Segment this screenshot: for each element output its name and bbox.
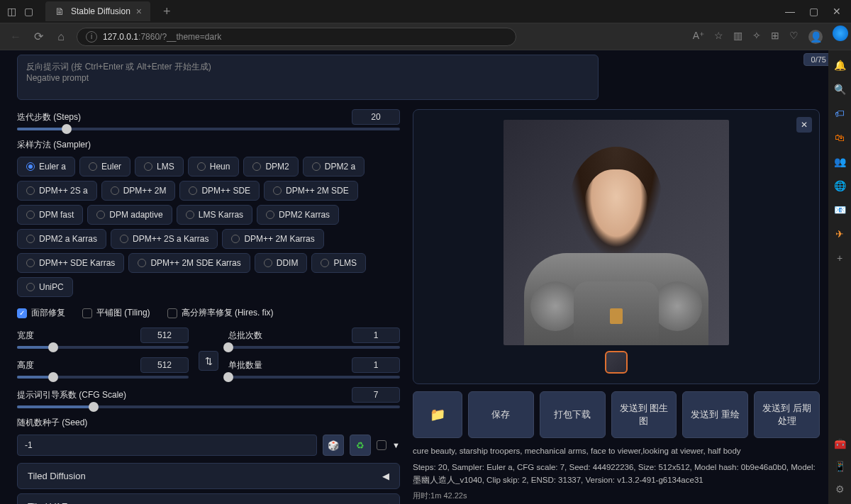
send-extras-button[interactable]: 发送到 后期处理 bbox=[754, 391, 820, 438]
cfg-slider[interactable] bbox=[17, 405, 400, 408]
refresh-button[interactable]: ⟳ bbox=[31, 30, 45, 43]
maximize-button[interactable]: ▢ bbox=[809, 6, 818, 17]
result-time: 用时:1m 42.22s bbox=[413, 491, 820, 501]
sampler-option[interactable]: LMS bbox=[135, 157, 184, 177]
batch-count-value[interactable]: 1 bbox=[352, 327, 400, 343]
sidebar-shop-icon[interactable]: 🛍 bbox=[833, 131, 846, 144]
favorite-icon[interactable]: ☆ bbox=[714, 30, 723, 44]
radio-icon bbox=[26, 186, 35, 195]
accordion-tiled-diffusion[interactable]: Tiled Diffusion◀ bbox=[17, 463, 400, 489]
radio-icon bbox=[111, 186, 119, 195]
gallery-close-button[interactable]: ✕ bbox=[796, 117, 812, 133]
sampler-option[interactable]: DPM2 bbox=[243, 157, 298, 177]
sampler-option[interactable]: DPM2 Karras bbox=[257, 205, 339, 225]
tabs-icon[interactable]: ▢ bbox=[23, 6, 34, 17]
sidebar-browser-icon[interactable]: 🌐 bbox=[833, 179, 846, 192]
random-seed-button[interactable]: 🎲 bbox=[323, 435, 344, 456]
sidebar-tag-icon[interactable]: 🏷 bbox=[833, 107, 846, 120]
send-img2img-button[interactable]: 发送到 图生图 bbox=[611, 391, 677, 438]
sampler-option[interactable]: Heun bbox=[188, 157, 240, 177]
width-label: 宽度 bbox=[17, 330, 34, 342]
new-tab-button[interactable]: + bbox=[163, 4, 171, 19]
width-value[interactable]: 512 bbox=[140, 327, 189, 343]
seed-label: 随机数种子 (Seed) bbox=[17, 417, 400, 429]
sampler-option[interactable]: DPM fast bbox=[17, 205, 83, 225]
sampler-option[interactable]: UniPC bbox=[17, 277, 73, 297]
sidebar-add-icon[interactable]: + bbox=[833, 252, 846, 264]
sidebar-send-icon[interactable]: ✈ bbox=[833, 228, 846, 240]
sidebar-bell-icon[interactable]: 🔔 bbox=[833, 59, 846, 72]
home-button[interactable]: ⌂ bbox=[54, 30, 68, 43]
batch-size-slider[interactable] bbox=[228, 376, 400, 379]
sidebar-search-icon[interactable]: 🔍 bbox=[833, 83, 846, 96]
read-aloud-icon[interactable]: A⁺ bbox=[693, 30, 704, 44]
reuse-seed-button[interactable]: ♻ bbox=[350, 435, 371, 456]
send-inpaint-button[interactable]: 发送到 重绘 bbox=[682, 391, 748, 438]
sampler-label: 采样方法 (Sampler) bbox=[17, 139, 400, 151]
radio-icon bbox=[312, 162, 321, 171]
batch-count-slider[interactable] bbox=[228, 346, 400, 349]
swap-dimensions-button[interactable]: ⇅ bbox=[199, 351, 218, 371]
radio-icon bbox=[26, 211, 35, 219]
output-gallery: ✕ bbox=[413, 109, 820, 384]
radio-icon bbox=[321, 259, 329, 267]
generated-image[interactable] bbox=[504, 120, 729, 345]
sampler-option[interactable]: DPM++ 2M SDE Karras bbox=[128, 253, 250, 273]
sampler-option[interactable]: DPM++ SDE Karras bbox=[17, 253, 124, 273]
sidebar-settings-icon[interactable]: ⚙ bbox=[833, 483, 846, 495]
sampler-option[interactable]: PLMS bbox=[311, 253, 366, 273]
width-slider[interactable] bbox=[17, 346, 189, 349]
sidebar-outlook-icon[interactable]: 📧 bbox=[833, 203, 846, 216]
open-folder-button[interactable]: 📁 bbox=[413, 391, 462, 438]
minimize-button[interactable]: — bbox=[785, 6, 795, 17]
sidebar-people-icon[interactable]: 👥 bbox=[833, 155, 846, 168]
steps-slider[interactable] bbox=[17, 128, 400, 130]
close-icon[interactable]: × bbox=[136, 6, 142, 17]
close-window-button[interactable]: ✕ bbox=[833, 6, 841, 17]
profile-icon[interactable]: 👤 bbox=[808, 30, 823, 44]
radio-icon bbox=[144, 162, 152, 171]
tiling-checkbox[interactable]: 平铺图 (Tiling) bbox=[82, 307, 150, 319]
zip-download-button[interactable]: 打包下载 bbox=[540, 391, 606, 438]
heart-icon[interactable]: ♡ bbox=[789, 30, 799, 44]
favorites-bar-icon[interactable]: ✧ bbox=[752, 30, 761, 44]
sampler-option[interactable]: DPM++ 2M Karras bbox=[222, 229, 323, 249]
height-value[interactable]: 512 bbox=[140, 357, 189, 373]
sampler-option[interactable]: DPM++ 2S a Karras bbox=[111, 229, 218, 249]
info-icon[interactable]: i bbox=[86, 31, 97, 43]
sampler-option[interactable]: DPM2 a bbox=[303, 157, 365, 177]
sampler-option[interactable]: DDIM bbox=[255, 253, 308, 273]
height-slider[interactable] bbox=[17, 376, 189, 379]
face-restore-checkbox[interactable]: ✓面部修复 bbox=[17, 307, 65, 319]
collections-icon[interactable]: ⊞ bbox=[771, 30, 779, 44]
sampler-option[interactable]: DPM++ 2M bbox=[101, 181, 176, 201]
save-button[interactable]: 保存 bbox=[468, 391, 534, 438]
hires-fix-checkbox[interactable]: 高分辨率修复 (Hires. fix) bbox=[167, 307, 274, 319]
workspace-icon[interactable]: ◫ bbox=[6, 6, 17, 17]
seed-input[interactable] bbox=[17, 435, 317, 456]
batch-size-value[interactable]: 1 bbox=[352, 357, 400, 373]
browser-tab[interactable]: 🗎 Stable Diffusion × bbox=[45, 1, 150, 21]
steps-value[interactable]: 20 bbox=[352, 109, 400, 125]
sampler-option[interactable]: DPM++ SDE bbox=[179, 181, 260, 201]
sidebar-toolbox-icon[interactable]: 🧰 bbox=[833, 437, 846, 450]
sampler-option[interactable]: DPM2 a Karras bbox=[17, 229, 106, 249]
negative-prompt-input[interactable] bbox=[17, 55, 599, 100]
url-field[interactable]: i 127.0.0.1:7860/?__theme=dark bbox=[77, 28, 516, 46]
radio-icon bbox=[96, 211, 105, 219]
sampler-option[interactable]: Euler a bbox=[17, 157, 75, 177]
accordion-tiled-vae[interactable]: Tiled VAE◀ bbox=[17, 493, 400, 504]
extra-checkbox[interactable] bbox=[377, 440, 386, 450]
sampler-option[interactable]: DPM++ 2S a bbox=[17, 181, 97, 201]
sampler-option[interactable]: DPM adaptive bbox=[87, 205, 172, 225]
reader-icon[interactable]: ▥ bbox=[733, 30, 742, 44]
sidebar-mobile-icon[interactable]: 📱 bbox=[833, 460, 846, 473]
radio-icon bbox=[26, 235, 35, 243]
thumbnail[interactable] bbox=[605, 351, 628, 374]
sampler-option[interactable]: DPM++ 2M SDE bbox=[264, 181, 358, 201]
cfg-value[interactable]: 7 bbox=[352, 387, 400, 403]
bing-icon[interactable] bbox=[833, 26, 848, 41]
sampler-option[interactable]: LMS Karras bbox=[177, 205, 252, 225]
sampler-option[interactable]: Euler bbox=[79, 157, 130, 177]
back-button[interactable]: ← bbox=[9, 30, 23, 43]
